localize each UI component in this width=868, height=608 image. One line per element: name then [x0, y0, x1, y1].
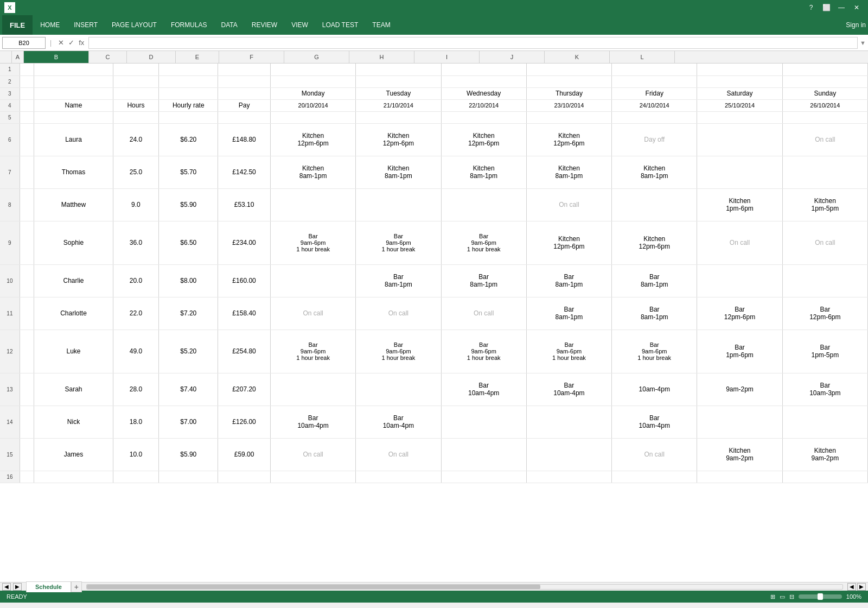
cell-b11-name[interactable]: Charlotte: [34, 297, 113, 330]
cell-b9-name[interactable]: Sophie: [34, 221, 113, 264]
data-menu[interactable]: DATA: [215, 18, 244, 32]
cell-a2[interactable]: [20, 75, 34, 87]
cell-h15-wed[interactable]: [441, 438, 526, 471]
cell-j14-fri[interactable]: Bar10am-4pm: [612, 406, 697, 438]
cell-l8-sun[interactable]: Kitchen1pm-5pm: [782, 188, 867, 221]
cell-c15-hours[interactable]: 10.0: [113, 438, 159, 471]
col-header-j[interactable]: J: [480, 51, 545, 63]
cell-g5[interactable]: [356, 111, 441, 123]
next-sheet-button[interactable]: ▶: [13, 583, 22, 591]
cell-i12-thu[interactable]: Bar9am-6pm1 hour break: [526, 330, 611, 373]
insert-menu[interactable]: INSERT: [67, 18, 104, 32]
cell-h4-wednesday-date[interactable]: 22/10/2014: [441, 99, 526, 111]
cell-h5[interactable]: [441, 111, 526, 123]
cell-b6-name[interactable]: Laura: [34, 123, 113, 156]
cell-d5[interactable]: [159, 111, 218, 123]
cell-k2[interactable]: [697, 75, 782, 87]
cell-k6-sat[interactable]: [697, 123, 782, 156]
grid-container[interactable]: 1 2: [0, 64, 868, 582]
cell-c5[interactable]: [113, 111, 159, 123]
cell-k7-sat[interactable]: [697, 156, 782, 188]
cell-l16[interactable]: [782, 471, 867, 483]
cell-i5[interactable]: [526, 111, 611, 123]
cell-k1[interactable]: [697, 64, 782, 75]
cell-l14-sun[interactable]: [782, 406, 867, 438]
cell-f2[interactable]: [270, 75, 355, 87]
cell-f12-mon[interactable]: Bar9am-6pm1 hour break: [270, 330, 355, 373]
col-header-e[interactable]: E: [176, 51, 219, 63]
cell-j10-fri[interactable]: Bar8am-1pm: [612, 264, 697, 297]
cell-b15-name[interactable]: James: [34, 438, 113, 471]
cell-f9-mon[interactable]: Bar9am-6pm1 hour break: [270, 221, 355, 264]
cell-c11-hours[interactable]: 22.0: [113, 297, 159, 330]
cell-c12-hours[interactable]: 49.0: [113, 330, 159, 373]
cell-b13-name[interactable]: Sarah: [34, 373, 113, 406]
cell-a7[interactable]: [20, 156, 34, 188]
col-header-f[interactable]: F: [219, 51, 284, 63]
cell-e10-pay[interactable]: £160.00: [218, 264, 271, 297]
cell-d1[interactable]: [159, 64, 218, 75]
cell-h16[interactable]: [441, 471, 526, 483]
col-header-i[interactable]: I: [414, 51, 480, 63]
cell-c4-hours[interactable]: Hours: [113, 99, 159, 111]
scroll-right-button[interactable]: ▶: [857, 583, 866, 591]
cell-k8-sat[interactable]: Kitchen1pm-6pm: [697, 188, 782, 221]
cell-k4-saturday-date[interactable]: 25/10/2014: [697, 99, 782, 111]
prev-sheet-button[interactable]: ◀: [2, 583, 11, 591]
cell-e7-pay[interactable]: £142.50: [218, 156, 271, 188]
cell-j11-fri[interactable]: Bar8am-1pm: [612, 297, 697, 330]
h-scrollbar-thumb[interactable]: [87, 585, 540, 589]
cell-i14-thu[interactable]: [526, 406, 611, 438]
cell-l11-sun[interactable]: Bar12pm-6pm: [782, 297, 867, 330]
cell-j3[interactable]: Friday: [612, 87, 697, 99]
cell-h7-wed[interactable]: Kitchen8am-1pm: [441, 156, 526, 188]
cell-g7-tue[interactable]: Kitchen8am-1pm: [356, 156, 441, 188]
cell-i1[interactable]: [526, 64, 611, 75]
close-button[interactable]: ✕: [850, 2, 864, 13]
cell-f3[interactable]: Monday: [270, 87, 355, 99]
home-menu[interactable]: HOME: [34, 18, 66, 32]
cell-j13-fri[interactable]: 10am-4pm: [612, 373, 697, 406]
cell-h3[interactable]: Wednesday: [441, 87, 526, 99]
cell-f11-mon[interactable]: On call: [270, 297, 355, 330]
cell-b5[interactable]: [34, 111, 113, 123]
cell-e16[interactable]: [218, 471, 271, 483]
cell-b12-name[interactable]: Luke: [34, 330, 113, 373]
cell-a14[interactable]: [20, 406, 34, 438]
cell-j6-fri[interactable]: Day off: [612, 123, 697, 156]
cell-l15-sun[interactable]: Kitchen9am-2pm: [782, 438, 867, 471]
cell-c8-hours[interactable]: 9.0: [113, 188, 159, 221]
cell-b2[interactable]: [34, 75, 113, 87]
cell-d16[interactable]: [159, 471, 218, 483]
cell-a10[interactable]: [20, 264, 34, 297]
cell-i10-thu[interactable]: Bar8am-1pm: [526, 264, 611, 297]
name-box[interactable]: B20: [2, 37, 46, 49]
cell-a4[interactable]: [20, 99, 34, 111]
cell-d4-hourly-rate[interactable]: Hourly rate: [159, 99, 218, 111]
cell-e15-pay[interactable]: £59.00: [218, 438, 271, 471]
cell-a11[interactable]: [20, 297, 34, 330]
cell-e5[interactable]: [218, 111, 271, 123]
cell-l12-sun[interactable]: Bar1pm-5pm: [782, 330, 867, 373]
sign-in[interactable]: Sign in: [846, 21, 866, 29]
cell-i13-thu[interactable]: Bar10am-4pm: [526, 373, 611, 406]
title-bar-controls[interactable]: ? ⬜ — ✕: [804, 2, 864, 13]
cell-l3[interactable]: Sunday: [782, 87, 867, 99]
cell-g13-tue[interactable]: [356, 373, 441, 406]
cell-d3[interactable]: [159, 87, 218, 99]
cell-d2[interactable]: [159, 75, 218, 87]
cell-c9-hours[interactable]: 36.0: [113, 221, 159, 264]
scroll-arrows[interactable]: ◀ ▶: [847, 583, 866, 591]
cell-j16[interactable]: [612, 471, 697, 483]
cell-d7-rate[interactable]: $5.70: [159, 156, 218, 188]
cell-d12-rate[interactable]: $5.20: [159, 330, 218, 373]
cell-g14-tue[interactable]: Bar10am-4pm: [356, 406, 441, 438]
cell-k16[interactable]: [697, 471, 782, 483]
cancel-formula-icon[interactable]: ✕: [58, 39, 64, 47]
cell-j5[interactable]: [612, 111, 697, 123]
cell-g6-tue[interactable]: Kitchen12pm-6pm: [356, 123, 441, 156]
load-test-menu[interactable]: LOAD TEST: [316, 18, 365, 32]
cell-b3[interactable]: [34, 87, 113, 99]
cell-d13-rate[interactable]: $7.40: [159, 373, 218, 406]
restore-button[interactable]: ⬜: [819, 2, 833, 13]
